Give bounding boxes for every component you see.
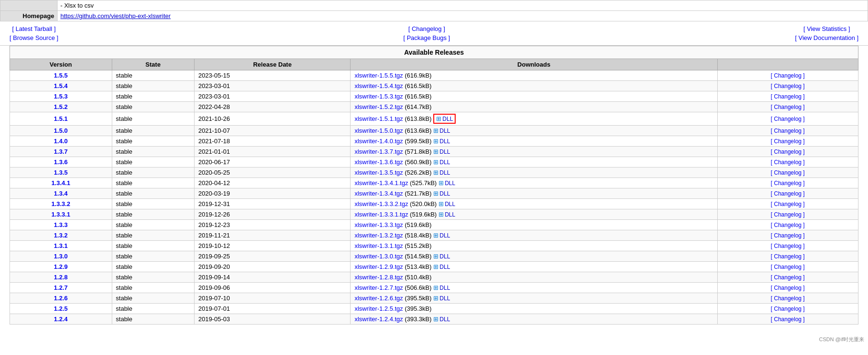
tgz-link[interactable]: xlswriter-1.2.7.tgz bbox=[354, 284, 403, 291]
dll-badge[interactable]: ⊞DLL bbox=[433, 253, 450, 260]
dll-link[interactable]: DLL bbox=[439, 169, 450, 176]
changelog-link[interactable]: [ Changelog ] bbox=[771, 190, 805, 197]
dll-badge[interactable]: ⊞DLL bbox=[433, 190, 450, 197]
dll-badge[interactable]: ⊞DLL bbox=[433, 169, 450, 176]
tgz-link[interactable]: xlswriter-1.3.5.tgz bbox=[354, 169, 403, 176]
changelog-link[interactable]: [ Changelog ] bbox=[771, 211, 805, 218]
dll-link[interactable]: DLL bbox=[439, 148, 450, 155]
tgz-link[interactable]: xlswriter-1.3.2.tgz bbox=[354, 232, 403, 239]
changelog-link[interactable]: [ Changelog ] bbox=[771, 116, 805, 122]
tgz-link[interactable]: xlswriter-1.2.4.tgz bbox=[354, 316, 403, 323]
version-link[interactable]: 1.2.4 bbox=[54, 316, 68, 323]
package-bugs-link[interactable]: [ Package Bugs ] bbox=[403, 34, 450, 41]
tgz-link[interactable]: xlswriter-1.3.4.1.tgz bbox=[354, 179, 408, 187]
version-link[interactable]: 1.5.0 bbox=[54, 127, 68, 134]
dll-badge[interactable]: ⊞DLL bbox=[439, 179, 455, 187]
version-link[interactable]: 1.2.8 bbox=[54, 274, 68, 281]
version-link[interactable]: 1.2.7 bbox=[54, 284, 68, 291]
changelog-link[interactable]: [ Changelog ] bbox=[771, 232, 805, 239]
version-link[interactable]: 1.5.3 bbox=[54, 93, 68, 100]
changelog-link[interactable]: [ Changelog ] bbox=[771, 274, 805, 281]
dll-badge[interactable]: ⊞DLL bbox=[433, 232, 450, 239]
homepage-link[interactable]: https://github.com/viest/php-ext-xlswrit… bbox=[60, 12, 171, 20]
dll-link[interactable]: DLL bbox=[442, 116, 453, 122]
view-documentation-link[interactable]: [ View Documentation ] bbox=[795, 34, 858, 41]
tgz-link[interactable]: xlswriter-1.3.3.1.tgz bbox=[354, 211, 408, 218]
tgz-link[interactable]: xlswriter-1.3.3.2.tgz bbox=[354, 200, 408, 207]
version-link[interactable]: 1.3.3.2 bbox=[51, 200, 70, 207]
dll-link[interactable]: DLL bbox=[439, 232, 450, 239]
dll-link[interactable]: DLL bbox=[439, 190, 450, 197]
tgz-link[interactable]: xlswriter-1.5.0.tgz bbox=[354, 127, 403, 134]
tgz-link[interactable]: xlswriter-1.5.1.tgz bbox=[354, 115, 403, 122]
changelog-link[interactable]: [ Changelog ] bbox=[771, 180, 805, 187]
changelog-link[interactable]: [ Changelog ] bbox=[771, 93, 805, 100]
dll-badge[interactable]: ⊞DLL bbox=[433, 316, 450, 323]
changelog-link[interactable]: [ Changelog ] bbox=[771, 83, 805, 89]
dll-link[interactable]: DLL bbox=[445, 180, 455, 187]
version-link[interactable]: 1.2.5 bbox=[54, 305, 68, 312]
changelog-link[interactable]: [ Changelog ] bbox=[771, 72, 805, 79]
changelog-link[interactable]: [ Changelog ] bbox=[771, 222, 805, 228]
changelog-link[interactable]: [ Changelog ] bbox=[771, 104, 805, 110]
tgz-link[interactable]: xlswriter-1.2.9.tgz bbox=[354, 263, 403, 270]
changelog-link[interactable]: [ Changelog ] bbox=[771, 306, 805, 312]
dll-link[interactable]: DLL bbox=[439, 316, 450, 323]
dll-link[interactable]: DLL bbox=[439, 253, 450, 260]
changelog-link[interactable]: [ Changelog ] bbox=[771, 148, 805, 155]
version-link[interactable]: 1.3.0 bbox=[54, 253, 68, 260]
version-link[interactable]: 1.5.2 bbox=[54, 103, 68, 110]
dll-link[interactable]: DLL bbox=[439, 159, 450, 166]
changelog-link[interactable]: [ Changelog ] bbox=[771, 201, 805, 207]
tgz-link[interactable]: xlswriter-1.3.7.tgz bbox=[354, 148, 403, 155]
changelog-nav-link[interactable]: [ Changelog ] bbox=[403, 25, 450, 32]
changelog-link[interactable]: [ Changelog ] bbox=[771, 138, 805, 145]
changelog-link[interactable]: [ Changelog ] bbox=[771, 159, 805, 166]
view-statistics-link[interactable]: [ View Statistics ] bbox=[795, 25, 858, 32]
tgz-link[interactable]: xlswriter-1.3.1.tgz bbox=[354, 242, 403, 249]
version-link[interactable]: 1.3.6 bbox=[54, 158, 68, 166]
dll-link[interactable]: DLL bbox=[439, 128, 450, 134]
dll-link[interactable]: DLL bbox=[439, 138, 450, 145]
tgz-link[interactable]: xlswriter-1.5.5.tgz bbox=[354, 72, 403, 79]
version-link[interactable]: 1.3.5 bbox=[54, 169, 68, 176]
changelog-link[interactable]: [ Changelog ] bbox=[771, 285, 805, 291]
dll-link[interactable]: DLL bbox=[439, 295, 450, 302]
version-link[interactable]: 1.5.4 bbox=[54, 82, 68, 89]
dll-badge[interactable]: ⊞DLL bbox=[433, 138, 450, 145]
dll-badge[interactable]: ⊞DLL bbox=[439, 211, 455, 218]
tgz-link[interactable]: xlswriter-1.4.0.tgz bbox=[354, 138, 403, 145]
version-link[interactable]: 1.3.3 bbox=[54, 221, 68, 228]
dll-link[interactable]: DLL bbox=[445, 201, 455, 207]
tgz-link[interactable]: xlswriter-1.3.6.tgz bbox=[354, 158, 403, 166]
version-link[interactable]: 1.5.1 bbox=[54, 115, 68, 122]
tgz-link[interactable]: xlswriter-1.2.8.tgz bbox=[354, 274, 403, 281]
changelog-link[interactable]: [ Changelog ] bbox=[771, 128, 805, 134]
version-link[interactable]: 1.5.5 bbox=[54, 72, 68, 79]
changelog-link[interactable]: [ Changelog ] bbox=[771, 264, 805, 270]
dll-badge[interactable]: ⊞DLL bbox=[433, 114, 456, 124]
tgz-link[interactable]: xlswriter-1.3.3.tgz bbox=[354, 221, 403, 228]
dll-badge[interactable]: ⊞DLL bbox=[439, 200, 455, 207]
dll-badge[interactable]: ⊞DLL bbox=[433, 295, 450, 302]
latest-tarball-link[interactable]: [ Latest Tarball ] bbox=[10, 25, 59, 32]
tgz-link[interactable]: xlswriter-1.3.4.tgz bbox=[354, 190, 403, 197]
browse-source-link[interactable]: [ Browse Source ] bbox=[10, 34, 59, 41]
version-link[interactable]: 1.4.0 bbox=[54, 138, 68, 145]
tgz-link[interactable]: xlswriter-1.3.0.tgz bbox=[354, 253, 403, 260]
dll-badge[interactable]: ⊞DLL bbox=[433, 127, 450, 134]
version-link[interactable]: 1.2.9 bbox=[54, 263, 68, 270]
version-link[interactable]: 1.2.6 bbox=[54, 295, 68, 302]
changelog-link[interactable]: [ Changelog ] bbox=[771, 316, 805, 323]
tgz-link[interactable]: xlswriter-1.2.6.tgz bbox=[354, 295, 403, 302]
dll-link[interactable]: DLL bbox=[445, 211, 455, 218]
changelog-link[interactable]: [ Changelog ] bbox=[771, 295, 805, 302]
dll-link[interactable]: DLL bbox=[439, 264, 450, 270]
version-link[interactable]: 1.3.2 bbox=[54, 232, 68, 239]
dll-badge[interactable]: ⊞DLL bbox=[433, 284, 450, 291]
tgz-link[interactable]: xlswriter-1.5.3.tgz bbox=[354, 93, 403, 100]
changelog-link[interactable]: [ Changelog ] bbox=[771, 169, 805, 176]
version-link[interactable]: 1.3.4 bbox=[54, 190, 68, 197]
tgz-link[interactable]: xlswriter-1.2.5.tgz bbox=[354, 305, 403, 312]
dll-badge[interactable]: ⊞DLL bbox=[433, 148, 450, 155]
